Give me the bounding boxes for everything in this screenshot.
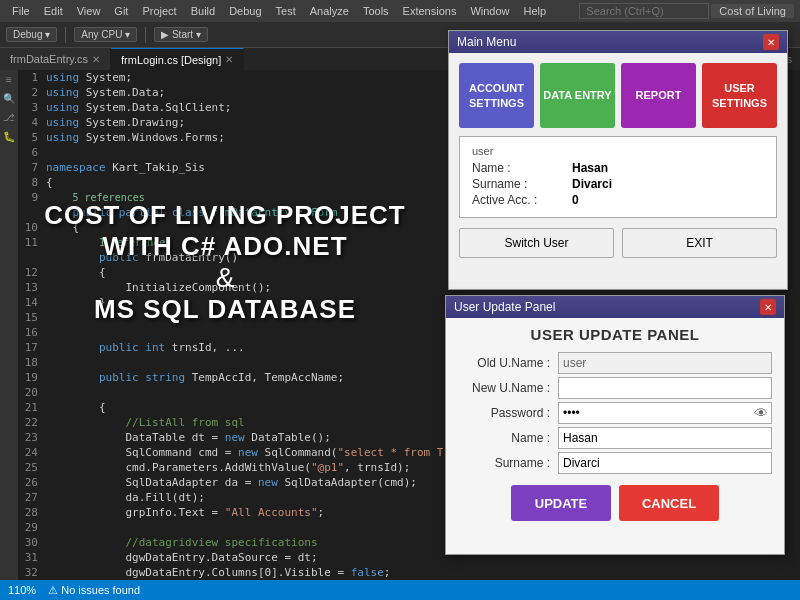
sidebar-icon-4: 🐛 [3, 131, 15, 142]
main-menu-buttons: ACCOUNTSETTINGS DATA ENTRY REPORT USERSE… [449, 53, 787, 136]
form-row-password: Password : 👁 [458, 402, 772, 424]
menu-tools[interactable]: Tools [357, 5, 395, 17]
status-bar: 110% ⚠ No issues found [0, 580, 800, 600]
user-section-label: user [472, 145, 764, 157]
form-row-old-username: Old U.Name : [458, 352, 772, 374]
cost-tag: Cost of Living [711, 4, 794, 18]
tab-close-login[interactable]: ✕ [225, 54, 233, 65]
update-surname-label: Surname : [458, 456, 558, 470]
menu-project[interactable]: Project [136, 5, 182, 17]
sidebar-icon-1: ≡ [6, 74, 12, 85]
active-acc-label: Active Acc. : [472, 193, 572, 207]
menu-test[interactable]: Test [270, 5, 302, 17]
menu-debug[interactable]: Debug [223, 5, 267, 17]
surname-value: Divarci [572, 177, 612, 191]
surname-label: Surname : [472, 177, 572, 191]
update-panel-title-text: User Update Panel [454, 300, 555, 314]
status-zoom: 110% [8, 584, 36, 596]
update-actions: UPDATE CANCEL [446, 477, 784, 527]
global-search-input[interactable] [579, 3, 709, 19]
update-surname-input[interactable] [558, 452, 772, 474]
menu-view[interactable]: View [71, 5, 107, 17]
update-panel-heading: USER UPDATE PANEL [446, 318, 784, 349]
new-username-input[interactable] [558, 377, 772, 399]
password-label: Password : [458, 406, 558, 420]
eye-icon[interactable]: 👁 [754, 405, 768, 421]
menu-window[interactable]: Window [464, 5, 515, 17]
sidebar: ≡ 🔍 ⎇ 🐛 [0, 70, 18, 600]
new-username-label: New U.Name : [458, 381, 558, 395]
data-entry-button[interactable]: DATA ENTRY [540, 63, 615, 128]
main-menu-title: Main Menu [457, 35, 516, 49]
password-input[interactable] [558, 402, 772, 424]
form-row-new-username: New U.Name : [458, 377, 772, 399]
sidebar-icon-2: 🔍 [3, 93, 15, 104]
main-menu-window: Main Menu ✕ ACCOUNTSETTINGS DATA ENTRY R… [448, 30, 788, 290]
menu-git[interactable]: Git [108, 5, 134, 17]
report-button[interactable]: REPORT [621, 63, 696, 128]
menu-bar: File Edit View Git Project Build Debug T… [0, 0, 800, 22]
menu-extensions[interactable]: Extensions [397, 5, 463, 17]
update-name-label: Name : [458, 431, 558, 445]
cancel-button[interactable]: CANCEL [619, 485, 719, 521]
old-username-input[interactable] [558, 352, 772, 374]
status-issues: ⚠ No issues found [48, 584, 140, 597]
name-value: Hasan [572, 161, 608, 175]
sidebar-icon-3: ⎇ [3, 112, 15, 123]
switch-user-button[interactable]: Switch User [459, 228, 614, 258]
toolbar-debug-btn[interactable]: Debug ▾ [6, 27, 57, 42]
active-acc-value: 0 [572, 193, 579, 207]
overlay-line1: COST OF LIVING PROJECT [30, 200, 420, 231]
old-username-label: Old U.Name : [458, 356, 558, 370]
user-settings-button[interactable]: USERSETTINGS [702, 63, 777, 128]
tab-frm-data-entry[interactable]: frmDataEntry.cs ✕ [0, 48, 111, 70]
main-menu-title-bar[interactable]: Main Menu ✕ [449, 31, 787, 53]
menu-edit[interactable]: Edit [38, 5, 69, 17]
update-button[interactable]: UPDATE [511, 485, 611, 521]
overlay-line3: MS SQL DATABASE [30, 294, 420, 325]
menu-file[interactable]: File [6, 5, 36, 17]
main-menu-actions: Switch User EXIT [449, 218, 787, 268]
name-label: Name : [472, 161, 572, 175]
update-panel-close-button[interactable]: ✕ [760, 299, 776, 315]
menu-help[interactable]: Help [518, 5, 553, 17]
update-panel-window: User Update Panel ✕ USER UPDATE PANEL Ol… [445, 295, 785, 555]
main-menu-close-button[interactable]: ✕ [763, 34, 779, 50]
form-row-surname: Surname : [458, 452, 772, 474]
update-name-input[interactable] [558, 427, 772, 449]
account-settings-button[interactable]: ACCOUNTSETTINGS [459, 63, 534, 128]
toolbar-start-btn[interactable]: ▶ Start ▾ [154, 27, 208, 42]
exit-button[interactable]: EXIT [622, 228, 777, 258]
overlay-text: COST OF LIVING PROJECT WITH C# ADO.NET &… [30, 200, 420, 326]
update-panel-title-bar[interactable]: User Update Panel ✕ [446, 296, 784, 318]
overlay-line2: WITH C# ADO.NET [30, 231, 420, 262]
tab-close-data-entry[interactable]: ✕ [92, 54, 100, 65]
form-row-name: Name : [458, 427, 772, 449]
menu-analyze[interactable]: Analyze [304, 5, 355, 17]
overlay-ampersand: & [30, 262, 420, 294]
user-info-section: user Name : Hasan Surname : Divarci Acti… [459, 136, 777, 218]
password-wrapper: 👁 [558, 402, 772, 424]
tab-frm-login[interactable]: frmLogin.cs [Design] ✕ [111, 48, 244, 70]
toolbar-cpu-btn[interactable]: Any CPU ▾ [74, 27, 137, 42]
menu-build[interactable]: Build [185, 5, 221, 17]
